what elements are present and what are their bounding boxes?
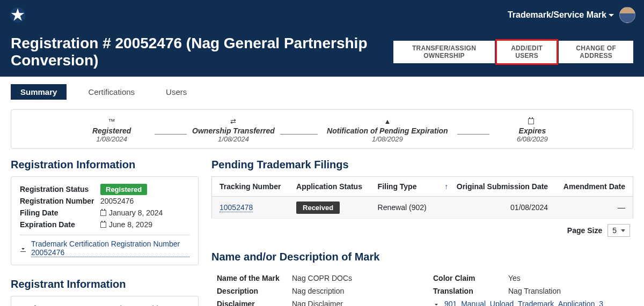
add-edit-users-button[interactable]: ADD/EDIT USERS — [497, 41, 557, 63]
reg-status-label: Registration Status — [20, 185, 100, 193]
timeline-registered: ™ Registered 1/08/2024 — [74, 117, 149, 143]
mark-description-heading: Name and/or Description of Mark — [211, 251, 633, 263]
timeline-expires: Expires 6/08/2029 — [495, 117, 570, 143]
calendar-icon — [495, 117, 570, 125]
transfer-icon: ⇄ — [192, 117, 275, 125]
timeline-notification-date: 1/08/2029 — [323, 135, 452, 143]
bell-icon: ▲ — [323, 117, 452, 125]
exp-date-value: June 8, 2029 — [100, 220, 152, 229]
tab-bar: Summary Certifications Users — [0, 77, 644, 104]
col-type[interactable]: Filing Type — [370, 177, 435, 197]
timeline-ownership: ⇄ Ownership Transferred 1/08/2024 — [192, 117, 275, 143]
col-amend-date[interactable]: Amendment Date — [555, 177, 633, 197]
registrant-info-heading: Registrant Information — [11, 278, 199, 290]
tab-certifications[interactable]: Certifications — [78, 84, 144, 100]
pending-filings-heading: Pending Trademark Filings — [211, 159, 633, 171]
timeline-expires-label: Expires — [495, 126, 570, 135]
filing-date-value: January 8, 2024 — [100, 208, 163, 217]
top-navbar: Trademark/Service Mark — [0, 0, 644, 29]
exp-date-label: Expiration Date — [20, 220, 100, 229]
translation-value: Nag Translation — [508, 287, 561, 295]
brand-dropdown[interactable]: Trademark/Service Mark — [508, 10, 614, 20]
header-actions: TRANSFER/ASSIGN OWNERSHIP ADD/EDIT USERS… — [393, 41, 633, 63]
page-title: Registration # 20052476 (Nag General Par… — [11, 35, 393, 69]
download-cert-text: Trademark Certification Registration Num… — [31, 240, 189, 257]
download-icon — [20, 245, 26, 252]
timeline-connector — [155, 134, 187, 135]
reg-number-value: 20052476 — [100, 197, 134, 205]
download-icon — [433, 301, 440, 307]
amend-date-value: — — [555, 197, 633, 219]
upload-link-3-text: 901_Manual_Upload_Trademark_Application_… — [444, 300, 603, 306]
mark-description-section: Name of the MarkNag COPR DOCs Descriptio… — [211, 268, 633, 306]
caret-down-icon — [609, 14, 614, 17]
tracking-link[interactable]: 10052478 — [219, 203, 253, 212]
timeline-registered-date: 1/08/2024 — [74, 135, 149, 143]
registration-info-card: Registration StatusRegistered Registrati… — [11, 176, 199, 265]
timeline-connector — [280, 134, 318, 135]
orig-date-value: 01/08/2024 — [434, 197, 555, 219]
mark-disc-value: Nag Disclaimer — [292, 300, 343, 306]
page-size-label: Page Size — [567, 226, 602, 235]
filing-date-label: Filing Date — [20, 208, 100, 217]
timeline-ownership-date: 1/08/2024 — [192, 135, 275, 143]
app-status-badge: Received — [296, 201, 340, 214]
star-logo — [9, 6, 27, 24]
sort-arrow-icon: ↑ — [444, 182, 448, 191]
mark-name-value: Nag COPR DOCs — [292, 274, 352, 282]
timeline-connector — [457, 134, 489, 135]
calendar-icon — [100, 210, 106, 216]
translation-label: Translation — [433, 287, 508, 295]
transfer-ownership-button[interactable]: TRANSFER/ASSIGN OWNERSHIP — [393, 41, 495, 63]
timeline-notification: ▲ Notification of Pending Expiration 1/0… — [323, 117, 452, 143]
upload-link-3[interactable]: 901_Manual_Upload_Trademark_Application_… — [433, 297, 603, 306]
timeline-registered-label: Registered — [74, 126, 149, 135]
timeline-card: ™ Registered 1/08/2024 ⇄ Ownership Trans… — [11, 109, 633, 149]
mark-disc-label: Disclaimer — [217, 300, 292, 306]
avatar[interactable] — [619, 7, 635, 23]
color-claim-label: Color Claim — [433, 274, 508, 282]
mark-name-label: Name of the Mark — [217, 274, 292, 282]
page-size-select[interactable]: 5 — [608, 224, 630, 237]
status-badge: Registered — [100, 184, 147, 195]
filing-type-value: Renewal (902) — [370, 197, 435, 219]
tab-users[interactable]: Users — [156, 84, 196, 100]
table-row: 10052478 Received Renewal (902) 01/08/20… — [212, 197, 633, 219]
color-claim-value: Yes — [508, 274, 521, 282]
col-status[interactable]: Application Status — [289, 177, 370, 197]
calendar-icon — [100, 222, 106, 228]
col-tracking[interactable]: Tracking Number — [212, 177, 289, 197]
page-header: Registration # 20052476 (Nag General Par… — [0, 29, 644, 77]
mark-desc-label: Description — [217, 287, 292, 295]
change-address-button[interactable]: CHANGE OF ADDRESS — [559, 41, 633, 63]
brand-label: Trademark/Service Mark — [508, 10, 606, 19]
timeline-ownership-label: Ownership Transferred — [192, 126, 275, 135]
col-orig-date[interactable]: ↑ Original Submission Date — [434, 177, 555, 197]
tab-summary[interactable]: Summary — [11, 84, 67, 100]
download-cert-link[interactable]: Trademark Certification Registration Num… — [20, 240, 189, 257]
mark-desc-value: Nag description — [292, 287, 344, 295]
registrant-info-card: Business StructureGeneral Partnership — [11, 296, 199, 306]
pager: Page Size 5 — [211, 219, 633, 237]
timeline-notification-label: Notification of Pending Expiration — [323, 126, 452, 135]
filings-table: Tracking Number Application Status Filin… — [211, 176, 633, 219]
reg-number-label: Registration Number — [20, 197, 100, 205]
trademark-icon: ™ — [74, 117, 149, 125]
registration-info-heading: Registration Information — [11, 159, 199, 171]
timeline-expires-date: 6/08/2029 — [495, 135, 570, 143]
